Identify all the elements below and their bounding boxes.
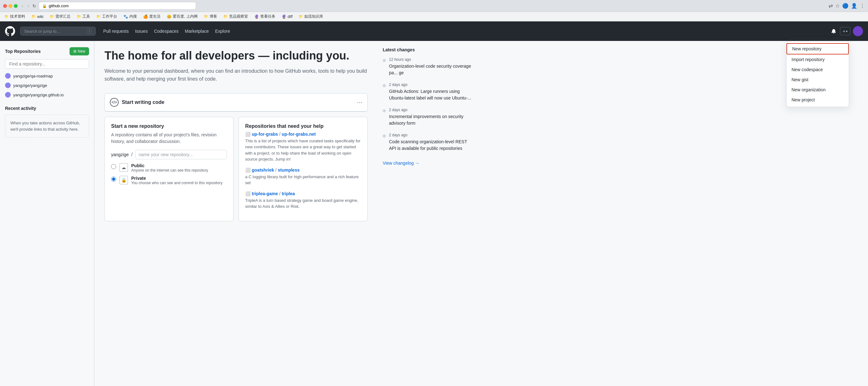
help-repo-sep-2: / bbox=[275, 168, 277, 173]
change-item-2: 2 days ago GitHub Actions: Large runners… bbox=[383, 83, 473, 101]
change-time-2: 2 days ago bbox=[389, 83, 473, 87]
bookmark-item[interactable]: 📁 如流知识库 bbox=[298, 13, 324, 20]
nav-explore[interactable]: Explore bbox=[213, 27, 232, 36]
nav-issues[interactable]: Issues bbox=[132, 27, 150, 36]
new-gist-item[interactable]: New gist bbox=[786, 75, 849, 85]
address-text: github.com bbox=[49, 3, 69, 8]
user-avatar[interactable] bbox=[853, 26, 863, 36]
new-codespace-item[interactable]: New codespace bbox=[786, 64, 849, 75]
new-repo-section-desc: A repository contains all of your projec… bbox=[111, 131, 227, 145]
new-project-item[interactable]: New project bbox=[786, 95, 849, 105]
repo-name: yangzige/qa-roadmap bbox=[13, 74, 53, 79]
maximize-button[interactable] bbox=[14, 4, 18, 8]
notifications-button[interactable] bbox=[830, 27, 837, 35]
nav-pull-requests[interactable]: Pull requests bbox=[101, 27, 131, 36]
bookmark-item[interactable]: 🍊 度生活 bbox=[142, 13, 162, 20]
bookmark-item[interactable]: 📁 博客 bbox=[203, 13, 218, 20]
bookmark-item[interactable]: 📁 竞品观察室 bbox=[222, 13, 249, 20]
list-item[interactable]: yangzige/yangzige.github.io bbox=[5, 90, 89, 99]
help-repo-owner-1[interactable]: up-for-grabs bbox=[252, 131, 278, 137]
help-repo-item-1: ⬜ up-for-grabs / up-for-grabs.net This i… bbox=[245, 131, 361, 162]
private-label: Private bbox=[131, 176, 222, 181]
sidebar: Top Repositories ⊞ New yangzige/qa-roadm… bbox=[0, 41, 94, 386]
public-label: Public bbox=[131, 163, 208, 168]
slash-separator: / bbox=[131, 152, 132, 157]
settings-button[interactable]: ⋮ bbox=[860, 3, 865, 9]
search-bar[interactable]: Search or jump to... / bbox=[20, 27, 96, 36]
bookmark-button[interactable]: ☆ bbox=[835, 3, 840, 9]
list-item[interactable]: yangzige/qa-roadmap bbox=[5, 71, 89, 81]
repo-name: yangzige/yangzige.github.io bbox=[13, 93, 64, 97]
public-radio[interactable] bbox=[111, 164, 116, 169]
browser-nav: ‹ › ↻ bbox=[20, 2, 36, 9]
public-radio-option: ☁ Public Anyone on the internet can see … bbox=[111, 163, 227, 173]
bookmark-item[interactable]: 🔮 查看任务 bbox=[253, 13, 277, 20]
right-panel: Latest changes 12 hours ago Organization… bbox=[378, 41, 478, 386]
bookmark-item[interactable]: 📁 wiki bbox=[30, 14, 45, 20]
change-desc-1: Organization-level code security coverag… bbox=[389, 63, 473, 76]
recent-activity-title: Recent activity bbox=[5, 106, 89, 111]
change-content-1: 12 hours ago Organization-level code sec… bbox=[389, 57, 473, 76]
bookmark-item[interactable]: 😊 爱百度, 上内网 bbox=[165, 13, 199, 20]
translate-button[interactable]: ⇄ bbox=[829, 3, 833, 9]
bookmark-item[interactable]: 📁 技术资料 bbox=[3, 13, 26, 20]
new-organization-item[interactable]: New organization bbox=[786, 85, 849, 95]
forward-button[interactable]: › bbox=[26, 2, 30, 9]
help-repo-title-2: ⬜ goatshriek / stumpless bbox=[245, 168, 361, 173]
change-time-3: 2 days ago bbox=[389, 108, 473, 112]
extension-button[interactable]: 🔵 bbox=[842, 3, 848, 9]
search-shortcut-kbd: / bbox=[87, 29, 92, 34]
github-logo[interactable] bbox=[5, 26, 15, 36]
import-repository-item[interactable]: Import repository bbox=[786, 55, 849, 64]
bookmark-item[interactable]: 🐾 内搜 bbox=[122, 13, 138, 20]
help-repo-name-3[interactable]: triplea bbox=[282, 191, 295, 196]
nav-codespaces[interactable]: Codespaces bbox=[151, 27, 181, 36]
find-repo-input[interactable] bbox=[5, 59, 89, 69]
repo-name-input[interactable] bbox=[135, 150, 227, 159]
address-bar[interactable]: 🔒 github.com bbox=[39, 2, 196, 10]
refresh-button[interactable]: ↻ bbox=[32, 3, 36, 8]
repo-icon-1: ⬜ bbox=[245, 131, 250, 137]
bookmark-item[interactable]: 📁 工具 bbox=[75, 13, 91, 20]
help-repo-owner-3[interactable]: triplea-game bbox=[252, 191, 278, 196]
new-repo-card: Start a new repository A repository cont… bbox=[104, 117, 234, 221]
help-repo-item-2: ⬜ goatshriek / stumpless a C logging lib… bbox=[245, 168, 361, 186]
card-more-options-icon[interactable]: ··· bbox=[357, 98, 362, 106]
private-radio[interactable] bbox=[111, 177, 116, 182]
view-changelog-link[interactable]: View changelog → bbox=[383, 160, 419, 166]
back-button[interactable]: ‹ bbox=[20, 2, 24, 9]
new-repo-label: New bbox=[78, 49, 85, 54]
change-item-3: 2 days ago Incremental improvements on s… bbox=[383, 108, 473, 126]
change-dot-3 bbox=[383, 109, 386, 112]
plus-menu-button[interactable]: + ▾ bbox=[840, 27, 850, 35]
bookmark-item[interactable]: 🔮 diff bbox=[280, 14, 294, 20]
main-nav: Pull requests Issues Codespaces Marketpl… bbox=[101, 27, 232, 36]
new-repo-icon: ⊞ bbox=[73, 49, 76, 54]
minimize-button[interactable] bbox=[8, 4, 12, 8]
close-button[interactable] bbox=[3, 4, 7, 8]
change-desc-2: GitHub Actions: Large runners using Ubun… bbox=[389, 88, 473, 101]
change-item-1: 12 hours ago Organization-level code sec… bbox=[383, 57, 473, 76]
repo-form-row: yangzige / bbox=[111, 150, 227, 159]
nav-marketplace[interactable]: Marketplace bbox=[182, 27, 211, 36]
changelog-title: Latest changes bbox=[383, 47, 473, 52]
public-option-content: Public Anyone on the internet can see th… bbox=[131, 163, 208, 173]
help-repo-owner-2[interactable]: goatshriek bbox=[252, 168, 274, 173]
hero-subtitle: Welcome to your personal dashboard, wher… bbox=[104, 67, 368, 83]
start-writing-card: </> Start writing code ··· bbox=[104, 93, 368, 112]
card-title: Start writing code bbox=[122, 99, 164, 105]
bookmark-item[interactable]: 📁 工作平台 bbox=[95, 13, 118, 20]
help-repo-name-2[interactable]: stumpless bbox=[278, 168, 300, 173]
help-repo-name-1[interactable]: up-for-grabs.net bbox=[282, 131, 316, 137]
header-right: + ▾ bbox=[830, 26, 863, 36]
bookmark-item[interactable]: 📁 需求汇总 bbox=[49, 13, 72, 20]
list-item[interactable]: yangzige/yangzige bbox=[5, 81, 89, 90]
new-repository-item[interactable]: New repository bbox=[786, 43, 849, 55]
private-radio-option: 🔒 Private You choose who can see and com… bbox=[111, 176, 227, 185]
change-content-4: 2 days ago Code scanning organization-le… bbox=[389, 133, 473, 152]
user-profile-button[interactable]: 👤 bbox=[851, 3, 857, 9]
new-repo-button[interactable]: ⊞ New bbox=[69, 47, 89, 55]
repo-avatar bbox=[5, 92, 11, 98]
cards-row: Start a new repository A repository cont… bbox=[104, 117, 368, 221]
change-dot-2 bbox=[383, 84, 386, 87]
